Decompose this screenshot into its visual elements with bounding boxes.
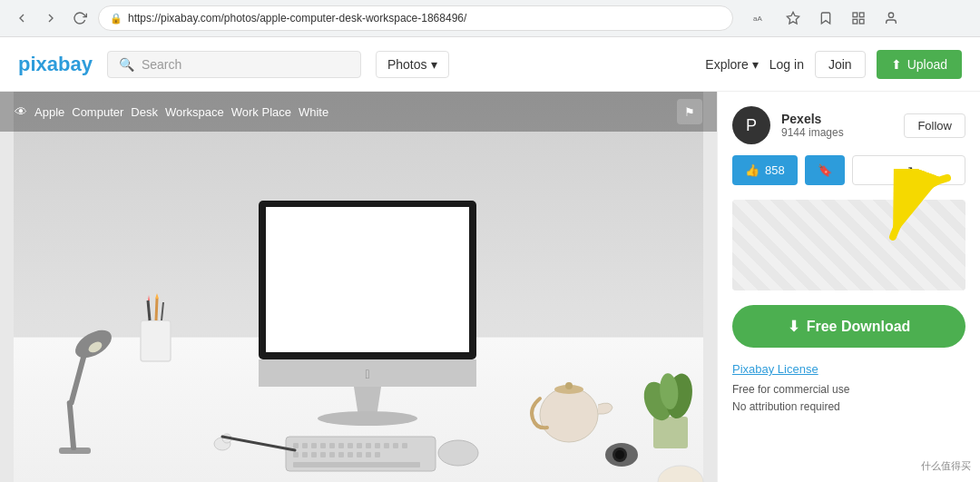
chevron-down-icon: ▾ bbox=[431, 57, 437, 72]
join-button[interactable]: Join bbox=[815, 51, 866, 78]
upload-icon: ⬆ bbox=[891, 57, 902, 72]
svg-rect-30 bbox=[293, 452, 299, 457]
svg-rect-28 bbox=[393, 443, 398, 448]
profile-button[interactable] bbox=[878, 5, 904, 31]
search-input[interactable] bbox=[142, 57, 349, 72]
svg-rect-29 bbox=[402, 443, 407, 448]
svg-line-49 bbox=[156, 299, 157, 320]
tag-white[interactable]: White bbox=[299, 105, 328, 119]
like-button[interactable]: 👍 858 bbox=[732, 155, 798, 185]
browser-actions: aA bbox=[748, 5, 904, 31]
search-icon: 🔍 bbox=[119, 57, 134, 72]
svg-rect-47 bbox=[141, 320, 171, 361]
svg-text:aA: aA bbox=[753, 15, 762, 23]
image-area: 👁 Apple Computer Desk Workspace Work Pla… bbox=[0, 92, 717, 482]
svg-rect-37 bbox=[357, 452, 362, 457]
bookmark-button[interactable]: 🔖 bbox=[805, 155, 845, 185]
bookmark-header-button[interactable] bbox=[813, 5, 838, 31]
svg-rect-25 bbox=[366, 443, 371, 448]
svg-rect-11 bbox=[266, 207, 469, 352]
upload-label: Upload bbox=[907, 57, 947, 72]
watermark: 什么值得买 bbox=[921, 459, 971, 473]
explore-label: Explore bbox=[705, 57, 748, 72]
extensions-button[interactable] bbox=[846, 5, 871, 31]
logo[interactable]: pixabay bbox=[18, 53, 93, 76]
tag-workplace[interactable]: Work Place bbox=[231, 105, 291, 119]
author-info: Pexels 9144 images bbox=[781, 112, 893, 139]
aa-button[interactable]: aA bbox=[748, 5, 773, 31]
share-icon: ↗ bbox=[904, 163, 914, 177]
tag-computer[interactable]: Computer bbox=[72, 105, 123, 119]
login-button[interactable]: Log in bbox=[769, 57, 804, 72]
svg-marker-1 bbox=[787, 12, 799, 24]
browser-toolbar: 🔒 https://pixabay.com/photos/apple-compu… bbox=[0, 0, 980, 36]
tag-workspace[interactable]: Workspace bbox=[165, 105, 224, 119]
svg-rect-31 bbox=[302, 452, 308, 457]
follow-button[interactable]: Follow bbox=[904, 113, 965, 138]
svg-rect-24 bbox=[357, 443, 362, 448]
sidebar: P Pexels 9144 images Follow 👍 858 🔖 bbox=[717, 92, 980, 482]
ad-placeholder bbox=[732, 200, 965, 290]
svg-rect-22 bbox=[338, 443, 344, 448]
star-button[interactable] bbox=[780, 5, 806, 31]
back-button[interactable] bbox=[11, 7, 33, 29]
license-title[interactable]: Pixabay License bbox=[732, 362, 965, 376]
svg-rect-23 bbox=[348, 443, 353, 448]
url-text: https://pixabay.com/photos/apple-compute… bbox=[128, 12, 466, 25]
svg-rect-35 bbox=[338, 452, 344, 457]
header-right: Explore ▾ Log in Join ⬆ Upload bbox=[705, 50, 962, 79]
login-label: Log in bbox=[769, 57, 804, 72]
lock-icon: 🔒 bbox=[110, 13, 122, 25]
author-name: Pexels bbox=[781, 112, 893, 126]
svg-rect-19 bbox=[311, 443, 317, 448]
author-section: P Pexels 9144 images Follow bbox=[732, 106, 965, 144]
app: pixabay 🔍 Photos ▾ Explore ▾ Log in Join bbox=[0, 37, 980, 482]
avatar: P bbox=[732, 106, 770, 144]
search-bar[interactable]: 🔍 bbox=[107, 51, 361, 78]
svg-line-48 bbox=[148, 300, 150, 320]
browser-chrome: 🔒 https://pixabay.com/photos/apple-compu… bbox=[0, 0, 980, 37]
svg-point-57 bbox=[565, 382, 573, 389]
like-count: 858 bbox=[765, 163, 785, 177]
workspace-illustration:  bbox=[0, 92, 717, 482]
forward-button[interactable] bbox=[40, 7, 62, 29]
svg-rect-20 bbox=[320, 443, 326, 448]
license-line2: No attribution required bbox=[732, 398, 965, 416]
ad-pattern bbox=[732, 200, 965, 290]
svg-rect-26 bbox=[375, 443, 380, 448]
refresh-button[interactable] bbox=[69, 7, 91, 29]
bookmark-icon: 🔖 bbox=[818, 163, 832, 177]
svg-rect-40 bbox=[293, 462, 420, 467]
share-button[interactable]: ↗ bbox=[852, 155, 965, 185]
svg-point-60 bbox=[615, 450, 624, 459]
svg-rect-5 bbox=[853, 19, 858, 24]
svg-rect-21 bbox=[329, 443, 335, 448]
photos-dropdown[interactable]: Photos ▾ bbox=[376, 51, 449, 78]
svg-rect-39 bbox=[375, 452, 380, 457]
main-content: 👁 Apple Computer Desk Workspace Work Pla… bbox=[0, 92, 980, 482]
tag-apple[interactable]: Apple bbox=[34, 105, 64, 119]
svg-rect-38 bbox=[366, 452, 371, 457]
svg-rect-27 bbox=[384, 443, 389, 448]
svg-rect-32 bbox=[311, 452, 317, 457]
upload-button[interactable]: ⬆ Upload bbox=[877, 50, 962, 79]
address-bar[interactable]: 🔒 https://pixabay.com/photos/apple-compu… bbox=[98, 5, 733, 31]
image-tags-bar: 👁 Apple Computer Desk Workspace Work Pla… bbox=[0, 92, 717, 132]
svg-point-15 bbox=[318, 411, 417, 426]
free-download-button[interactable]: ⬇ Free Download bbox=[732, 305, 965, 348]
svg-point-6 bbox=[888, 13, 893, 17]
explore-button[interactable]: Explore ▾ bbox=[705, 57, 758, 72]
svg-point-55 bbox=[540, 388, 598, 442]
photos-label: Photos bbox=[387, 57, 427, 72]
author-image-count: 9144 images bbox=[781, 126, 893, 139]
tag-desk[interactable]: Desk bbox=[131, 105, 158, 119]
svg-rect-34 bbox=[329, 452, 335, 457]
svg-text::  bbox=[365, 367, 369, 381]
flag-button[interactable]: ⚑ bbox=[677, 99, 702, 124]
logo-text: pixabay bbox=[18, 53, 93, 75]
download-label: Free Download bbox=[807, 319, 911, 335]
license-section: Pixabay License Free for commercial use … bbox=[732, 362, 965, 416]
svg-rect-36 bbox=[348, 452, 353, 457]
svg-rect-4 bbox=[859, 19, 864, 24]
svg-point-41 bbox=[438, 440, 478, 466]
